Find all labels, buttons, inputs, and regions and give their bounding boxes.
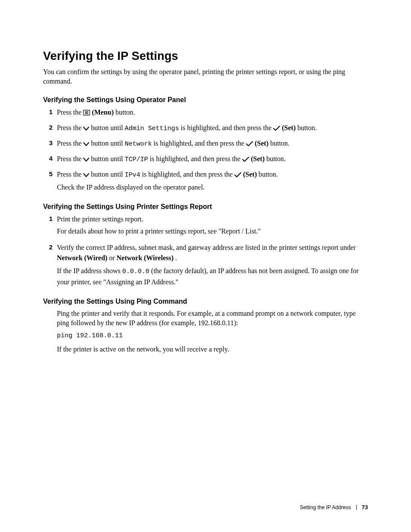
text: is highlighted, and then press the [181, 124, 274, 131]
menu-value: TCP/IP [125, 156, 148, 163]
text: button. [258, 171, 278, 178]
chapter-title: Setting the IP Address [300, 504, 351, 510]
text-bold: Network (Wired) [57, 254, 107, 261]
step-number: 5 [43, 169, 53, 194]
step-1: 1 Press the (Menu) button. [43, 107, 368, 120]
step-1: 1 Print the printer settings report. For… [43, 214, 368, 238]
check-icon [234, 170, 241, 180]
intro-paragraph: You can confirm the settings by using th… [43, 67, 368, 86]
text: button. [297, 124, 317, 131]
section1-heading: Verifying the Settings Using Operator Pa… [43, 96, 368, 104]
step-4: 4 Press the button until TCP/IP is highl… [43, 154, 368, 167]
code-sample: ping 192.168.0.11 [43, 332, 368, 339]
button-label: (Set) [282, 124, 296, 131]
text: Print the printer settings report. [57, 214, 368, 224]
text: button. [270, 140, 290, 147]
step-number: 2 [43, 123, 53, 136]
step-2: 2 Verify the correct IP address, subnet … [43, 243, 368, 289]
page-number: 73 [362, 504, 368, 510]
document-page: Verifying the IP Settings You can confir… [0, 0, 411, 532]
button-label: (Menu) [92, 109, 114, 116]
check-icon [246, 139, 253, 149]
check-icon [242, 155, 249, 165]
text: is highlighted, and then press the [142, 171, 235, 178]
down-icon [83, 155, 89, 165]
section2-heading: Verifying the Settings Using Printer Set… [43, 203, 368, 211]
step-number: 4 [43, 154, 53, 167]
check-icon [273, 124, 280, 134]
page-title: Verifying the IP Settings [43, 50, 368, 63]
button-label: (Set) [243, 171, 257, 178]
text: Ping the printer and verify that it resp… [43, 309, 368, 328]
ip-value: 0.0.0.0 [122, 268, 149, 275]
text: is highlighted, and then press the [154, 140, 246, 147]
button-label: (Set) [255, 140, 268, 147]
text: Press the [57, 140, 83, 147]
step-5: 5 Press the button until IPv4 is highlig… [43, 169, 368, 194]
page-footer: Setting the IP Address 73 [300, 504, 368, 510]
step-2: 2 Press the button until Admin Settings … [43, 123, 368, 136]
menu-value: IPv4 [125, 171, 140, 179]
menu-icon [83, 108, 90, 118]
menu-value: Admin Settings [125, 125, 179, 132]
down-icon [83, 170, 89, 180]
text: button until [91, 140, 125, 147]
text: button. [266, 155, 286, 162]
text: Verify the correct IP address, subnet ma… [57, 244, 356, 251]
text: or [109, 254, 116, 261]
button-label: (Set) [251, 155, 265, 162]
text: Press the [57, 155, 83, 162]
text: If the printer is active on the network,… [43, 345, 368, 354]
step-number: 1 [43, 107, 53, 120]
down-icon [83, 139, 89, 149]
text: is highlighted, and then press the [150, 155, 243, 162]
text-bold: Network (Wireless) [117, 254, 174, 261]
text: For details about how to print a printer… [57, 226, 368, 236]
footer-divider [356, 505, 357, 510]
step-number: 3 [43, 138, 53, 151]
text: Check the IP address displayed on the op… [57, 182, 368, 193]
text: . [175, 254, 177, 261]
text: button until [91, 155, 125, 162]
section3-heading: Verifying the Settings Using Ping Comman… [43, 298, 368, 305]
text: button. [115, 109, 135, 116]
text: Press the [57, 109, 83, 116]
text: Press the [57, 171, 83, 178]
step-number: 1 [43, 214, 53, 238]
step-number: 2 [43, 243, 53, 289]
section3: Verifying the Settings Using Ping Comman… [43, 298, 368, 355]
menu-value: Network [125, 140, 152, 148]
text: button until [91, 124, 125, 131]
text: Press the [57, 124, 83, 131]
down-icon [83, 124, 89, 134]
section2-steps: 1 Print the printer settings report. For… [43, 214, 368, 289]
text: button until [91, 171, 125, 178]
section1-steps: 1 Press the (Menu) button. 2 Press the [43, 107, 368, 194]
text: If the IP address shows [57, 267, 122, 274]
step-3: 3 Press the button until Network is high… [43, 138, 368, 151]
